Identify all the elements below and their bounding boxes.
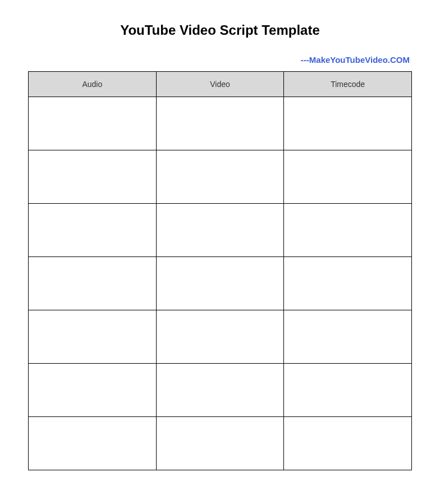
column-header-audio: Audio (29, 72, 157, 97)
cell-audio (29, 310, 157, 364)
cell-timecode (284, 204, 412, 257)
cell-timecode (284, 97, 412, 150)
cell-audio (29, 257, 157, 310)
cell-timecode (284, 150, 412, 204)
cell-video (156, 257, 284, 310)
cell-video (156, 97, 284, 150)
table-row (29, 257, 412, 310)
cell-video (156, 364, 284, 417)
cell-video (156, 310, 284, 364)
cell-audio (29, 97, 157, 150)
cell-audio (29, 417, 157, 470)
script-table: Audio Video Timecode (28, 71, 412, 470)
cell-audio (29, 150, 157, 204)
cell-video (156, 204, 284, 257)
cell-timecode (284, 417, 412, 470)
cell-timecode (284, 310, 412, 364)
column-header-timecode: Timecode (284, 72, 412, 97)
cell-video (156, 150, 284, 204)
table-row (29, 150, 412, 204)
cell-timecode (284, 257, 412, 310)
table-row (29, 310, 412, 364)
table-row (29, 204, 412, 257)
cell-audio (29, 204, 157, 257)
column-header-video: Video (156, 72, 284, 97)
attribution-link[interactable]: ---MakeYouTubeVideo.COM (28, 55, 412, 65)
table-row (29, 364, 412, 417)
cell-video (156, 417, 284, 470)
table-row (29, 417, 412, 470)
table-row (29, 97, 412, 150)
page-title: YouTube Video Script Template (28, 22, 412, 38)
cell-timecode (284, 364, 412, 417)
cell-audio (29, 364, 157, 417)
